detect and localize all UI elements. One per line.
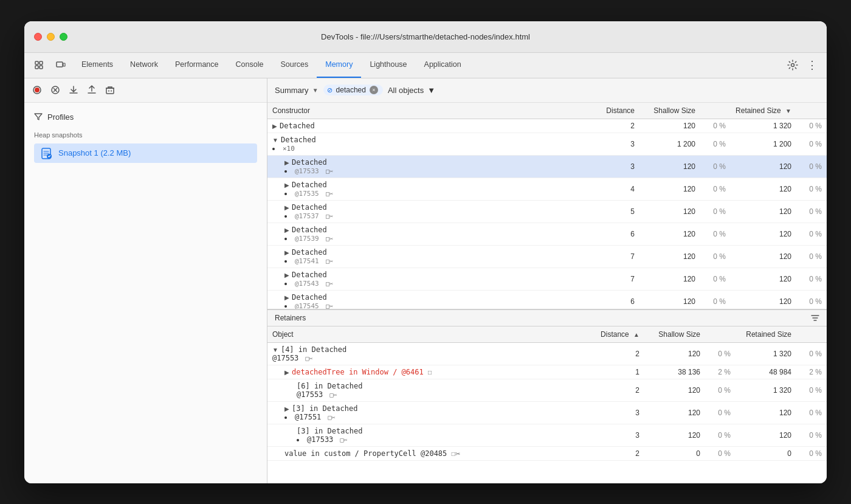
shallow-pct-cell: 0 %	[700, 290, 731, 309]
col-ret-retained-size[interactable]: Retained Size	[736, 326, 796, 343]
retained-size-cell: 120	[736, 424, 796, 446]
load-button[interactable]	[68, 85, 79, 95]
heap-table: Constructor Distance Shallow Size Retain…	[267, 103, 827, 309]
table-row[interactable]: [3] in Detached @17533 □✂ 3 120 0 % 120 …	[267, 424, 827, 446]
right-panel: Summary ▼ ⊘ detached × All objects ▼	[267, 78, 827, 483]
constructor-cell: ▶Detached @17533 □✂	[267, 155, 591, 178]
shallow-pct-cell: 0 %	[700, 133, 731, 155]
filter-icon	[34, 112, 43, 121]
tab-performance[interactable]: Performance	[167, 52, 227, 78]
tab-elements[interactable]: Elements	[73, 52, 122, 78]
shallow-size-cell: 120	[644, 401, 705, 424]
svg-rect-3	[40, 66, 43, 69]
retained-pct-cell: 0 %	[796, 379, 827, 401]
tab-sources[interactable]: Sources	[272, 52, 317, 78]
snapshot-item[interactable]: Snapshot 1 (2.2 MB)	[34, 143, 257, 163]
distance-cell: 2	[591, 119, 639, 133]
shallow-size-cell: 120	[639, 245, 700, 268]
col-distance[interactable]: Distance	[591, 103, 639, 119]
clear-button[interactable]	[50, 85, 61, 95]
retained-pct-cell: 0 %	[796, 155, 827, 178]
table-row[interactable]: ▼Detached ×10 3 1 200 0 % 1 200 0 %	[267, 133, 827, 155]
shallow-pct-cell: 0 %	[705, 379, 736, 401]
retained-size-cell: 120	[731, 223, 796, 245]
col-ret-shallow-pct	[705, 326, 736, 343]
table-row[interactable]: ▶Detached @17545 □✂ 6 120 0 % 120 0 %	[267, 290, 827, 309]
device-icon-btn[interactable]	[51, 55, 71, 75]
retained-pct-cell: 0 %	[796, 119, 827, 133]
expand-icon[interactable]: ▶	[284, 227, 289, 233]
inspect-icon-btn[interactable]	[29, 55, 49, 75]
retained-size-cell: 120	[731, 245, 796, 268]
tab-console[interactable]: Console	[227, 52, 272, 78]
distance-cell: 3	[591, 155, 639, 178]
table-row[interactable]: ▶Detached @17543 □✂ 7 120 0 % 120 0 %	[267, 268, 827, 290]
settings-icon[interactable]	[783, 55, 802, 75]
object-cell: ▼[4] in Detached @17553 □✂	[267, 342, 596, 365]
col-retained-pct	[796, 103, 827, 119]
tab-lighthouse[interactable]: Lighthouse	[361, 52, 415, 78]
expand-icon[interactable]: ▶	[284, 182, 289, 188]
shallow-size-cell: 120	[639, 223, 700, 245]
chevron-down-icon: ▼	[312, 87, 319, 94]
expand-icon[interactable]: ▶	[284, 249, 289, 256]
object-cell: ▶detachedTree in Window / @6461 □	[267, 365, 596, 379]
shallow-size-cell: 120	[639, 155, 700, 178]
filter-close-button[interactable]: ×	[370, 86, 378, 94]
table-row[interactable]: ▼[4] in Detached @17553 □✂ 2 120 0 % 1 3…	[267, 342, 827, 365]
collect-garbage-button[interactable]	[105, 85, 115, 95]
expand-icon[interactable]: ▶	[284, 204, 289, 211]
expand-icon[interactable]: ▼	[272, 137, 278, 143]
expand-icon[interactable]: ▶	[284, 159, 289, 166]
record-button[interactable]	[32, 85, 43, 95]
constructor-cell: ▶Detached @17543 □✂	[267, 268, 591, 290]
summary-dropdown[interactable]: Summary ▼	[275, 86, 319, 95]
distance-cell: 3	[596, 401, 644, 424]
expand-icon[interactable]: ▶	[284, 294, 289, 301]
snapshot-label: Snapshot 1 (2.2 MB)	[58, 148, 131, 157]
table-row[interactable]: ▶Detached 2 120 0 % 1 320 0 %	[267, 119, 827, 133]
close-button[interactable]	[34, 33, 42, 41]
maximize-button[interactable]	[60, 33, 67, 41]
tab-network[interactable]: Network	[122, 52, 167, 78]
retained-size-cell: 120	[736, 401, 796, 424]
save-button[interactable]	[86, 85, 97, 95]
minimize-button[interactable]	[47, 33, 55, 41]
expand-icon[interactable]: ▶	[272, 123, 277, 129]
shallow-pct-cell: 0 %	[700, 155, 731, 178]
col-ret-retained-pct	[796, 326, 827, 343]
svg-rect-0	[35, 61, 38, 64]
more-icon[interactable]: ⋮	[802, 55, 822, 75]
expand-icon[interactable]: ▼	[272, 347, 278, 353]
col-shallow-size[interactable]: Shallow Size	[639, 103, 700, 119]
shallow-pct-cell: 0 %	[700, 245, 731, 268]
retained-pct-cell: 0 %	[796, 200, 827, 223]
retainers-table: Object Distance ▲ Shallow Size Retained …	[267, 326, 827, 461]
distance-cell: 1	[596, 365, 644, 379]
col-ret-distance[interactable]: Distance ▲	[596, 326, 644, 343]
distance-cell: 7	[591, 268, 639, 290]
expand-icon[interactable]: ▶	[284, 406, 289, 412]
col-retained-size[interactable]: Retained Size ▼	[731, 103, 796, 119]
table-row[interactable]: ▶Detached @17535 □✂ 4 120 0 % 120 0 %	[267, 178, 827, 200]
retainers-settings-icon[interactable]	[811, 314, 819, 322]
table-row[interactable]: ▶Detached @17537 □✂ 5 120 0 % 120 0 %	[267, 200, 827, 223]
tab-memory[interactable]: Memory	[317, 52, 361, 78]
table-row[interactable]: ▶Detached @17541 □✂ 7 120 0 % 120 0 %	[267, 245, 827, 268]
tab-application[interactable]: Application	[416, 52, 470, 78]
col-constructor: Constructor	[267, 103, 591, 119]
table-row[interactable]: ▶detachedTree in Window / @6461 □ 1 38 1…	[267, 365, 827, 379]
table-row[interactable]: value in custom / PropertyCell @20485 □✂…	[267, 446, 827, 460]
main-content: Profiles Heap snapshots Snapshot 1 (2.2 …	[24, 78, 827, 483]
upper-table-wrapper: Constructor Distance Shallow Size Retain…	[267, 103, 827, 309]
retained-size-cell: 120	[731, 268, 796, 290]
col-ret-shallow-size[interactable]: Shallow Size	[644, 326, 705, 343]
table-row[interactable]: ▶Detached @17539 □✂ 6 120 0 % 120 0 %	[267, 223, 827, 245]
table-row[interactable]: ▶[3] in Detached @17551 □✂ 3 120 0 % 120…	[267, 401, 827, 424]
devtools-window: DevTools - file:///Users/stmarthe/detach…	[24, 21, 827, 483]
expand-icon[interactable]: ▶	[284, 272, 289, 278]
expand-icon[interactable]: ▶	[284, 369, 289, 376]
table-row[interactable]: [6] in Detached @17553 □✂ 2 120 0 % 1 32…	[267, 379, 827, 401]
table-row[interactable]: ▶Detached @17533 □✂ 3 120 0 % 120 0 %	[267, 155, 827, 178]
objects-dropdown[interactable]: All objects ▼	[388, 86, 435, 95]
